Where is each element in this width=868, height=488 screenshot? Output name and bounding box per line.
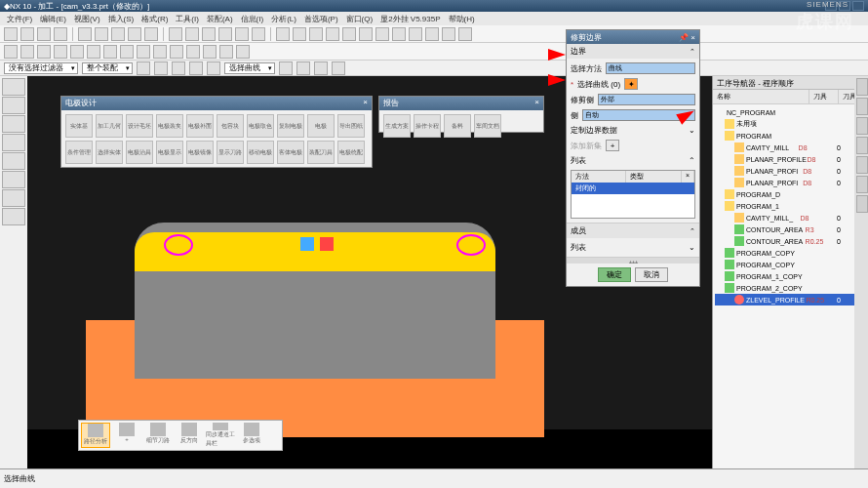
tb-btn10[interactable]: [326, 27, 339, 41]
nav-col-name[interactable]: 名称: [713, 90, 809, 103]
tb-start[interactable]: [4, 27, 18, 41]
tb-copy[interactable]: [95, 27, 108, 41]
list-delete-icon[interactable]: ×: [682, 171, 694, 183]
boundary-list[interactable]: 方法 类型 × 封闭的: [571, 170, 695, 219]
tree-item[interactable]: PLANAR_PROFILED80: [715, 153, 866, 165]
operation-tree[interactable]: NC_PROGRAM未用项PROGRAMCAVITY_MILLD80PLANAR…: [713, 104, 868, 307]
tree-item[interactable]: ZLEVEL_PROFILER0.250: [715, 294, 866, 305]
tree-item[interactable]: CONTOUR_AREAR0.250: [715, 235, 866, 247]
electrode-tool-20[interactable]: 电极统配: [337, 141, 365, 164]
tb-btn11[interactable]: [342, 27, 356, 41]
tree-item[interactable]: PROGRAM_COPY: [715, 259, 866, 270]
tb-save[interactable]: [54, 27, 67, 41]
cancel-button[interactable]: 取消: [635, 267, 668, 282]
lt-role-icon[interactable]: [2, 208, 25, 225]
electrode-tool-18[interactable]: 客体电极: [277, 141, 304, 164]
tb-btn9[interactable]: [309, 27, 323, 41]
lt-browser-icon[interactable]: [2, 189, 25, 207]
tree-item[interactable]: CAVITY_MILLD80: [715, 142, 866, 153]
sel-btn1[interactable]: [137, 61, 150, 75]
tb-btn13[interactable]: [375, 27, 389, 41]
tree-item[interactable]: PROGRAM_COPY: [715, 247, 866, 259]
right-tab-4[interactable]: [856, 137, 868, 154]
menu-prefs[interactable]: 首选项(P): [301, 14, 341, 24]
tree-item[interactable]: CONTOUR_AREAR30: [715, 224, 866, 235]
menu-info[interactable]: 信息(I): [238, 14, 267, 24]
right-tab-1[interactable]: [856, 78, 868, 96]
tree-item[interactable]: NC_PROGRAM: [715, 106, 866, 118]
report-tool-3[interactable]: 备料: [444, 114, 471, 138]
tb2-btn11[interactable]: [170, 45, 183, 59]
lt-navigator-icon[interactable]: [2, 78, 25, 96]
sel-btn6[interactable]: [279, 61, 293, 75]
ok-button[interactable]: 确定: [598, 267, 631, 282]
panel-close-icon[interactable]: ×: [534, 98, 539, 109]
electrode-tool-13[interactable]: 电极治具: [126, 141, 153, 164]
select-method-dropdown[interactable]: 曲线: [606, 62, 695, 74]
tb2-btn7[interactable]: [103, 45, 117, 59]
menu-insert[interactable]: 插入(S): [105, 14, 138, 24]
expand-icon[interactable]: ⌄: [689, 243, 695, 252]
tb2-btn1[interactable]: [4, 45, 18, 59]
expand-icon[interactable]: ⌄: [689, 126, 695, 135]
filter-dropdown[interactable]: 没有选择过滤器: [4, 62, 78, 74]
tree-item[interactable]: CAVITY_MILL_D80: [715, 212, 866, 224]
tb-btn2[interactable]: [185, 27, 199, 41]
axis-marker-blue[interactable]: [300, 237, 314, 251]
electrode-tool-14[interactable]: 电极显示: [156, 141, 183, 164]
sel-btn7[interactable]: [296, 61, 310, 75]
tb-btn12[interactable]: [359, 27, 373, 41]
collapse-icon[interactable]: ⌃: [690, 48, 695, 56]
lt-assembly-icon[interactable]: [2, 115, 25, 133]
tb-btn5[interactable]: [235, 27, 249, 41]
tb-cut[interactable]: [78, 27, 92, 41]
electrode-tool-1[interactable]: 实体基: [65, 114, 93, 138]
tb2-btn2[interactable]: [20, 45, 34, 59]
add-button[interactable]: +: [112, 423, 141, 448]
menu-file[interactable]: 文件(F): [4, 14, 35, 24]
tree-item[interactable]: PLANAR_PROFID80: [715, 177, 866, 188]
electrode-tool-4[interactable]: 电极装夹: [156, 114, 183, 138]
tb2-btn3[interactable]: [37, 45, 51, 59]
select-curve-button[interactable]: ✦: [624, 78, 638, 90]
tree-item[interactable]: PROGRAM_D: [715, 188, 866, 200]
tb-redo[interactable]: [144, 27, 158, 41]
sel-btn4[interactable]: [189, 61, 203, 75]
path-analysis-button[interactable]: 路径分析: [81, 423, 110, 448]
electrode-tool-12[interactable]: 选择实体: [96, 141, 123, 164]
electrode-tool-6[interactable]: 包容块: [217, 114, 244, 138]
sel-btn2[interactable]: [154, 61, 168, 75]
electrode-tool-5[interactable]: 电极补面: [186, 114, 214, 138]
sel-btn3[interactable]: [172, 61, 185, 75]
reverse-button[interactable]: 反方向: [175, 423, 204, 448]
list-row[interactable]: 封闭的: [572, 183, 694, 194]
scope-dropdown[interactable]: 整个装配: [82, 62, 133, 74]
tb-btn15[interactable]: [409, 27, 422, 41]
tb-paste[interactable]: [111, 27, 125, 41]
curve-dropdown[interactable]: 选择曲线: [224, 62, 275, 74]
collapse-icon[interactable]: ⌃: [690, 227, 695, 235]
menu-edit[interactable]: 编辑(E): [37, 14, 69, 24]
axis-marker-red[interactable]: [320, 237, 334, 251]
tb2-btn13[interactable]: [203, 45, 217, 59]
report-tool-1[interactable]: 生成方案: [383, 114, 411, 138]
electrode-design-panel[interactable]: 电极设计 × 实体基 加工几何 设计毛坯 电极装夹 电极补面 包容块 电极取色 …: [60, 96, 373, 168]
right-tab-5[interactable]: [856, 156, 868, 174]
tb2-btn8[interactable]: [120, 45, 134, 59]
electrode-tool-15[interactable]: 电极镜像: [186, 141, 214, 164]
tree-item[interactable]: 未用项: [715, 118, 866, 130]
electrode-tool-2[interactable]: 加工几何: [96, 114, 123, 138]
tb-btn8[interactable]: [293, 27, 306, 41]
tb2-btn9[interactable]: [137, 45, 150, 59]
menu-analysis[interactable]: 分析(L): [268, 14, 299, 24]
report-tool-4[interactable]: 车间文档: [474, 114, 501, 138]
tb-btn16[interactable]: [425, 27, 439, 41]
panel-close-icon[interactable]: ×: [363, 98, 368, 109]
add-new-button[interactable]: +: [606, 140, 619, 151]
report-tool-2[interactable]: 操作卡程: [414, 114, 441, 138]
tree-item[interactable]: PROGRAM_1_COPY: [715, 270, 866, 282]
menu-window[interactable]: 窗口(Q): [343, 14, 376, 24]
tb-btn6[interactable]: [252, 27, 265, 41]
sel-btn9[interactable]: [332, 61, 345, 75]
detail-button[interactable]: 细节刀路: [143, 423, 173, 448]
